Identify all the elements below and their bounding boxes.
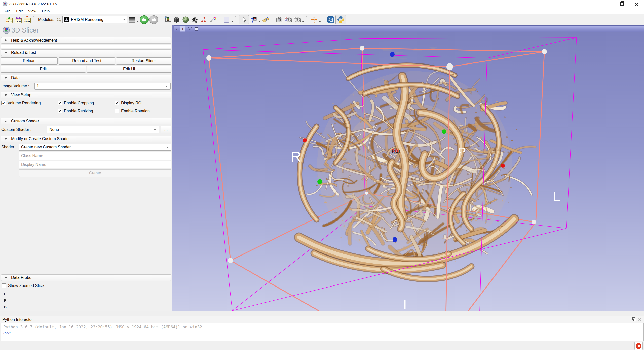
- mouse-interaction-button[interactable]: [239, 15, 249, 24]
- roi-face-handle-blue[interactable]: [393, 237, 397, 242]
- roi-corner-handle-active[interactable]: [446, 63, 453, 70]
- shader-selector[interactable]: Create new Custom Shader: [19, 144, 171, 151]
- module-back-button[interactable]: [140, 15, 149, 24]
- prism-module-icon: [64, 17, 69, 22]
- load-data-button[interactable]: DATA: [5, 16, 14, 24]
- display-name-field[interactable]: [19, 161, 171, 168]
- menu-help[interactable]: Help: [39, 8, 52, 14]
- roi-corner-handle[interactable]: [532, 220, 536, 224]
- python-console-button[interactable]: [335, 15, 346, 24]
- image-volume-selector[interactable]: 1: [34, 83, 171, 90]
- menu-file[interactable]: File: [2, 8, 13, 14]
- scene-view-dropdown-icon[interactable]: [302, 21, 304, 22]
- roi-corner-handle[interactable]: [206, 55, 211, 61]
- show-zoomed-slice-checkbox[interactable]: Show Zoomed Slice: [2, 283, 44, 289]
- roi-face-handle-blue[interactable]: [390, 52, 395, 57]
- measurements-button[interactable]: [261, 15, 270, 24]
- checkbox-label: Enable Cropping: [64, 101, 94, 105]
- volumes-module-button[interactable]: [172, 15, 181, 24]
- menu-edit[interactable]: Edit: [13, 8, 25, 14]
- forward-arrow-icon: [152, 19, 156, 21]
- roi-face-handle-red[interactable]: [501, 164, 505, 168]
- history-dropdown-icon[interactable]: [137, 21, 139, 22]
- section-data[interactable]: Data: [1, 75, 171, 81]
- roi-corner-handle[interactable]: [360, 46, 364, 51]
- reload-and-test-button[interactable]: Reload and Test: [59, 57, 115, 65]
- roi-corner-handle[interactable]: [365, 192, 368, 195]
- slicer-logo-icon: [3, 27, 10, 34]
- more-options-button[interactable]: ...: [161, 126, 171, 133]
- section-reload-test[interactable]: Reload & Test: [1, 49, 171, 56]
- save-button[interactable]: SAVE: [23, 16, 32, 24]
- class-name-field[interactable]: [19, 152, 171, 160]
- extensions-manager-button[interactable]: [326, 15, 335, 24]
- layout-selector-button[interactable]: [222, 15, 231, 24]
- status-bar: [0, 341, 644, 350]
- module-history-button[interactable]: [128, 15, 136, 24]
- minimize-button[interactable]: [600, 0, 615, 8]
- reload-button[interactable]: Reload: [1, 57, 58, 65]
- place-markup-button[interactable]: [249, 15, 258, 24]
- checkbox-label: Show Zoomed Slice: [8, 283, 44, 288]
- volume-rendering-checkbox[interactable]: Volume Rendering: [1, 100, 41, 106]
- custom-shader-selector[interactable]: None: [47, 126, 159, 133]
- python-icon: [337, 16, 345, 23]
- section-view-setup[interactable]: View Setup: [1, 92, 171, 98]
- section-label: Data Probe: [11, 275, 31, 280]
- roi-face-handle-green[interactable]: [442, 129, 446, 134]
- restore-button[interactable]: [615, 0, 629, 8]
- toolbar-grip: [2, 16, 4, 23]
- transforms-module-button[interactable]: [191, 15, 199, 24]
- probe-line-f: F: [4, 298, 6, 302]
- section-modify-create-shader[interactable]: Modify or Create Custom Shader: [1, 136, 171, 142]
- screenshot-button[interactable]: [275, 15, 284, 24]
- section-custom-shader[interactable]: Custom Shader: [1, 118, 171, 124]
- roi-corner-handle[interactable]: [228, 258, 233, 263]
- restore-scene-view-button[interactable]: [293, 15, 302, 24]
- roi-face-handle-green[interactable]: [317, 179, 322, 184]
- enable-resizing-checkbox[interactable]: Enable Resizing: [58, 108, 93, 114]
- crosshair-dropdown-icon[interactable]: [319, 21, 321, 22]
- section-help-acknowledgement[interactable]: Help & Acknowledgement: [1, 37, 171, 44]
- module-selector[interactable]: PRISM Rendering: [62, 16, 127, 23]
- probe-line-b: B: [4, 305, 7, 309]
- threed-viewport[interactable]: P: [174, 32, 644, 311]
- layout-dropdown-icon[interactable]: [231, 21, 233, 22]
- roi-corner-handle[interactable]: [542, 49, 547, 54]
- section-data-probe[interactable]: Data Probe: [1, 274, 171, 281]
- error-log-button[interactable]: [634, 342, 643, 350]
- scene-view-button[interactable]: [284, 15, 293, 24]
- dicom-button[interactable]: DCM: [14, 16, 23, 24]
- annotations-module-button[interactable]: [209, 15, 217, 24]
- restore-icon: [620, 2, 624, 6]
- crosshair-button[interactable]: [310, 15, 318, 24]
- dock-splitter[interactable]: [0, 311, 644, 316]
- view-controls-icon[interactable]: [187, 26, 193, 31]
- collapse-icon: [5, 94, 7, 96]
- close-button[interactable]: [629, 0, 644, 8]
- create-shader-button[interactable]: Create: [19, 169, 171, 177]
- maximize-view-icon[interactable]: [194, 27, 199, 31]
- module-forward-button[interactable]: [149, 15, 158, 24]
- module-search-icon[interactable]: [56, 17, 61, 22]
- section-label: Data: [11, 76, 20, 80]
- python-console[interactable]: Python 3.6.7 (default, Jan 16 2022, 23:2…: [1, 323, 644, 341]
- dock-close-icon[interactable]: [638, 317, 642, 321]
- display-roi-checkbox[interactable]: Display ROI: [115, 100, 142, 106]
- enable-rotation-checkbox[interactable]: Enable Rotation: [115, 108, 150, 114]
- volume-rendering[interactable]: [299, 47, 535, 279]
- models-module-button[interactable]: [181, 15, 190, 24]
- expand-icon: [5, 39, 7, 42]
- place-dropdown-icon[interactable]: [258, 21, 260, 22]
- enable-cropping-checkbox[interactable]: Enable Cropping: [58, 100, 94, 106]
- restart-slicer-button[interactable]: Restart Slicer: [116, 57, 171, 65]
- markups-module-button[interactable]: [200, 15, 208, 24]
- roi-face-handle-red[interactable]: [303, 138, 307, 142]
- edit-button[interactable]: Edit: [1, 66, 86, 73]
- checkbox-icon: [1, 101, 6, 105]
- dock-float-icon[interactable]: [632, 317, 636, 321]
- view-pin-icon[interactable]: [176, 28, 179, 30]
- edit-ui-button[interactable]: Edit UI: [87, 66, 171, 73]
- subject-hierarchy-module-button[interactable]: [163, 15, 172, 24]
- menu-view[interactable]: View: [25, 8, 39, 14]
